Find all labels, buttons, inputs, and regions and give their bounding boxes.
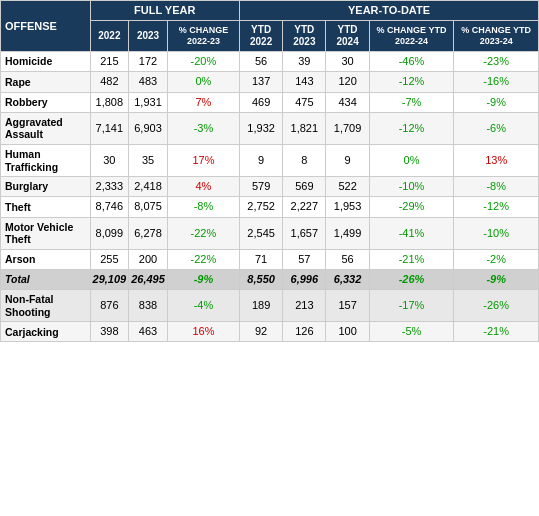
ytd-2024: 1,953 (326, 197, 369, 217)
pct-ytd-2324: -26% (454, 290, 539, 322)
col-2022: 2022 (90, 21, 129, 52)
table-row: Arson 255 200 -22% 71 57 56 -21% -2% (1, 249, 539, 269)
ytd-2024: 9 (326, 144, 369, 176)
val-2023: 172 (129, 52, 168, 72)
pct-ytd-2324: -10% (454, 217, 539, 249)
offense-header: OFFENSE (1, 1, 91, 52)
ytd-2023: 6,996 (283, 269, 326, 289)
year-to-date-header: YEAR-TO-DATE (240, 1, 539, 21)
pct-2223: -22% (167, 217, 239, 249)
pct-ytd-2324: -8% (454, 177, 539, 197)
pct-2223: 7% (167, 92, 239, 112)
ytd-2022: 56 (240, 52, 283, 72)
table-row: Burglary 2,333 2,418 4% 579 569 522 -10%… (1, 177, 539, 197)
ytd-2024: 434 (326, 92, 369, 112)
pct-2223: 17% (167, 144, 239, 176)
ytd-2023: 1,657 (283, 217, 326, 249)
pct-ytd-2224: -46% (369, 52, 454, 72)
val-2022: 1,808 (90, 92, 129, 112)
ytd-2024: 1,499 (326, 217, 369, 249)
pct-ytd-2224: 0% (369, 144, 454, 176)
ytd-2022: 137 (240, 72, 283, 92)
ytd-2024: 56 (326, 249, 369, 269)
ytd-2024: 157 (326, 290, 369, 322)
offense-name: Motor Vehicle Theft (1, 217, 91, 249)
ytd-2022: 9 (240, 144, 283, 176)
col-ytd2023: YTD 2023 (283, 21, 326, 52)
table-row: Homicide 215 172 -20% 56 39 30 -46% -23% (1, 52, 539, 72)
ytd-2022: 71 (240, 249, 283, 269)
pct-ytd-2224: -12% (369, 112, 454, 144)
pct-ytd-2324: -9% (454, 92, 539, 112)
col-ytd2024: YTD 2024 (326, 21, 369, 52)
ytd-2022: 189 (240, 290, 283, 322)
table-row: Non-Fatal Shooting 876 838 -4% 189 213 1… (1, 290, 539, 322)
val-2023: 200 (129, 249, 168, 269)
pct-ytd-2224: -7% (369, 92, 454, 112)
ytd-2023: 475 (283, 92, 326, 112)
ytd-2023: 569 (283, 177, 326, 197)
ytd-2024: 1,709 (326, 112, 369, 144)
col-pct-ytd2324: % CHANGE YTD 2023-24 (454, 21, 539, 52)
pct-ytd-2324: -2% (454, 249, 539, 269)
pct-ytd-2324: -16% (454, 72, 539, 92)
ytd-2022: 2,545 (240, 217, 283, 249)
val-2023: 2,418 (129, 177, 168, 197)
pct-2223: -20% (167, 52, 239, 72)
val-2022: 7,141 (90, 112, 129, 144)
ytd-2022: 8,550 (240, 269, 283, 289)
val-2022: 398 (90, 322, 129, 342)
val-2023: 35 (129, 144, 168, 176)
ytd-2023: 143 (283, 72, 326, 92)
table-row: Carjacking 398 463 16% 92 126 100 -5% -2… (1, 322, 539, 342)
offense-name: Homicide (1, 52, 91, 72)
table-row: Rape 482 483 0% 137 143 120 -12% -16% (1, 72, 539, 92)
ytd-2024: 522 (326, 177, 369, 197)
pct-ytd-2224: -17% (369, 290, 454, 322)
ytd-2023: 126 (283, 322, 326, 342)
offense-name: Burglary (1, 177, 91, 197)
val-2022: 2,333 (90, 177, 129, 197)
ytd-2022: 469 (240, 92, 283, 112)
ytd-2022: 1,932 (240, 112, 283, 144)
val-2022: 29,109 (90, 269, 129, 289)
pct-2223: 4% (167, 177, 239, 197)
val-2022: 482 (90, 72, 129, 92)
pct-ytd-2324: -21% (454, 322, 539, 342)
ytd-2023: 57 (283, 249, 326, 269)
table-row: Motor Vehicle Theft 8,099 6,278 -22% 2,5… (1, 217, 539, 249)
full-year-header: FULL YEAR (90, 1, 239, 21)
val-2022: 8,099 (90, 217, 129, 249)
val-2023: 6,278 (129, 217, 168, 249)
val-2023: 838 (129, 290, 168, 322)
pct-ytd-2324: -6% (454, 112, 539, 144)
ytd-2024: 30 (326, 52, 369, 72)
table-row: Theft 8,746 8,075 -8% 2,752 2,227 1,953 … (1, 197, 539, 217)
crime-stats-table: OFFENSE FULL YEAR YEAR-TO-DATE 2022 2023… (0, 0, 539, 342)
ytd-2023: 1,821 (283, 112, 326, 144)
ytd-2022: 92 (240, 322, 283, 342)
val-2023: 26,495 (129, 269, 168, 289)
pct-2223: -22% (167, 249, 239, 269)
col-2023: 2023 (129, 21, 168, 52)
pct-ytd-2324: -9% (454, 269, 539, 289)
offense-name: Arson (1, 249, 91, 269)
table-row: Robbery 1,808 1,931 7% 469 475 434 -7% -… (1, 92, 539, 112)
ytd-2023: 2,227 (283, 197, 326, 217)
pct-ytd-2224: -29% (369, 197, 454, 217)
val-2022: 215 (90, 52, 129, 72)
ytd-2023: 8 (283, 144, 326, 176)
ytd-2024: 100 (326, 322, 369, 342)
val-2023: 1,931 (129, 92, 168, 112)
pct-2223: -9% (167, 269, 239, 289)
ytd-2024: 6,332 (326, 269, 369, 289)
val-2023: 8,075 (129, 197, 168, 217)
pct-ytd-2224: -12% (369, 72, 454, 92)
val-2023: 463 (129, 322, 168, 342)
val-2022: 255 (90, 249, 129, 269)
col-pct-ytd2224: % CHANGE YTD 2022-24 (369, 21, 454, 52)
pct-ytd-2324: 13% (454, 144, 539, 176)
pct-2223: 0% (167, 72, 239, 92)
pct-2223: -3% (167, 112, 239, 144)
offense-name: Rape (1, 72, 91, 92)
